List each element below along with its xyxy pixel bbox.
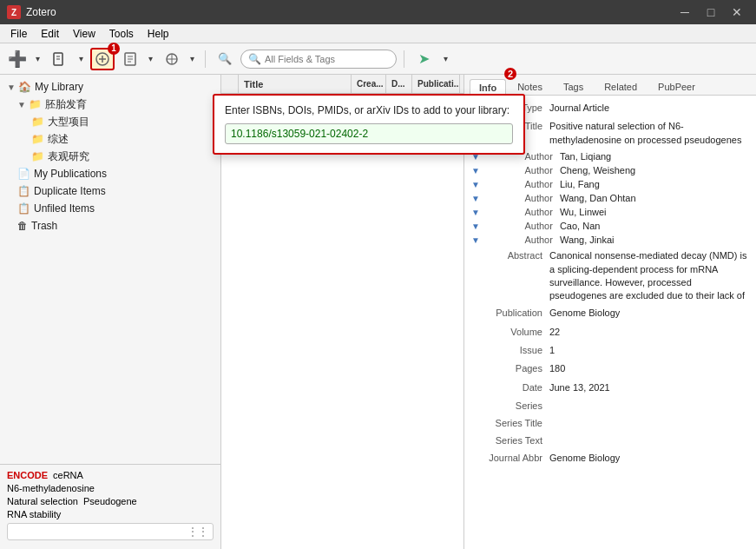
meta-label: Abstract [471,249,549,261]
sidebar-item-trash[interactable]: 🗑 Trash [0,217,220,235]
new-item-dropdown[interactable]: ▾ [31,48,43,70]
meta-journal-abbr: Journal Abbr Genome Biology [464,449,756,467]
meta-label: Author [483,221,553,231]
col-title-header[interactable]: Title [239,75,352,93]
meta-series: Series [464,397,756,414]
sidebar-item-unfiled-items[interactable]: 📋 Unfiled Items [0,200,220,217]
menu-help[interactable]: Help [141,26,176,42]
tag-label-n6: N6-methyladenosine [7,483,95,493]
unfiled-icon: 📋 [17,202,30,215]
sidebar-item-embryo[interactable]: ▼ 📁 胚胎发育 [0,96,220,113]
search-input[interactable] [265,54,386,64]
search-button[interactable]: 🔍 [213,48,237,70]
tab-notes[interactable]: Notes [508,78,552,95]
sidebar-item-label: Unfiled Items [34,202,95,215]
meta-date: Date June 13, 2021 [464,379,756,397]
col-date-header[interactable]: D... [386,75,412,93]
folder-icon: 📁 [31,150,44,162]
menu-edit[interactable]: Edit [34,26,66,42]
tag-rna[interactable]: RNA stability [7,509,214,519]
col-pub-header[interactable]: Publicati... [412,75,460,93]
meta-volume: Volume 22 [464,323,756,341]
meta-author-row: ▼ Author Wang, Dan Ohtan [464,191,756,205]
sidebar-item-my-publications[interactable]: 📄 My Publications [0,165,220,182]
sidebar-item-label: My Publications [34,168,107,180]
meta-label: Series Title [471,417,549,428]
add-attachment-button[interactable] [47,48,71,70]
library-icon: 🏠 [18,81,31,93]
new-item-group: ➕ ▾ [5,48,43,70]
meta-value[interactable]: Cao, Nan [560,221,600,231]
new-item-button[interactable]: ➕ [5,48,30,70]
locate-dropdown[interactable]: ▾ [186,48,198,70]
locate-button[interactable] [160,48,184,70]
popup-label: Enter ISBNs, DOIs, PMIDs, or arXiv IDs t… [225,104,513,116]
meta-value[interactable]: Positive natural selection of N6-methyla… [549,120,749,147]
tag-filter[interactable]: ⋮⋮ [7,523,214,540]
add-identifier-popup: Enter ISBNs, DOIs, PMIDs, or arXiv IDs t… [213,94,525,155]
sidebar-item-duplicate-items[interactable]: 📋 Duplicate Items [0,182,220,200]
forward-button[interactable]: ➤ [411,48,436,70]
menu-tools[interactable]: Tools [102,26,141,42]
meta-label: Author [483,207,553,217]
meta-label: Issue [471,344,549,355]
sidebar-item-label: My Library [35,81,83,93]
meta-value[interactable]: Tan, Liqiang [560,151,611,162]
col-expand [221,75,239,93]
meta-value[interactable]: Canonical nonsense-mediated decay (NMD) … [549,249,749,301]
folder-icon: 📁 [31,133,44,145]
add-attachment-dropdown[interactable]: ▾ [75,48,87,70]
meta-issue: Issue 1 [464,341,756,360]
tag-natural[interactable]: Natural selection Pseudogene [7,496,214,506]
meta-value[interactable]: 180 [549,362,749,375]
meta-value[interactable]: Wu, Linwei [560,207,607,217]
meta-value[interactable]: June 13, 2021 [549,381,749,394]
add-note-button[interactable] [118,48,142,70]
sidebar-item-my-library[interactable]: ▼ 🏠 My Library [0,78,220,96]
meta-author-row: ▼ Author Wu, Linwei [464,205,756,219]
meta-author-row: ▼ Author Wang, Jinkai [464,233,756,247]
menu-file[interactable]: File [3,26,34,42]
meta-value[interactable]: 1 [549,344,749,357]
add-note-dropdown[interactable]: ▾ [144,48,156,70]
sidebar-item-label: 大型项目 [48,115,89,129]
minimize-button[interactable]: ─ [673,0,697,24]
meta-author-row: ▼ Author Liu, Fang [464,177,756,191]
sidebar-item-large-project[interactable]: 📁 大型项目 [0,113,220,130]
search-box[interactable]: 🔍 [240,50,397,69]
maximize-button[interactable]: □ [699,0,723,24]
menu-view[interactable]: View [66,26,102,42]
right-content: Item Type Journal Article Title Positive… [464,96,756,549]
expand-arrow: ▼ [471,235,480,245]
tag-label-pseudogene: Pseudogene [83,496,137,506]
sidebar-item-label: Duplicate Items [34,185,106,197]
tag-n6[interactable]: N6-methyladenosine [7,483,214,493]
tab-related[interactable]: Related [595,78,647,95]
sidebar-item-biaoxian[interactable]: 📁 表观研究 [0,148,220,165]
app-title: Zotero [26,6,673,18]
tab-tags[interactable]: Tags [554,78,593,95]
tab-pubpeer[interactable]: PubPeer [648,78,705,95]
meta-value[interactable]: Wang, Jinkai [560,235,615,245]
add-note-group: ▾ [118,48,156,70]
meta-value[interactable]: Genome Biology [549,307,749,320]
col-creator-header[interactable]: Crea... [352,75,386,93]
folder-icon: 📁 [29,98,42,110]
popup-input[interactable] [225,123,513,144]
meta-value[interactable]: Wang, Dan Ohtan [560,193,636,203]
tag-encode[interactable]: ENCODE ceRNA [7,470,214,480]
tag-filter-input[interactable] [12,526,151,537]
meta-value[interactable]: Genome Biology [549,452,749,465]
meta-value[interactable]: Liu, Fang [560,179,600,189]
meta-value[interactable]: Cheng, Weisheng [560,165,635,175]
close-button[interactable]: ✕ [725,0,749,24]
expand-arrow: ▼ [471,180,480,189]
publications-icon: 📄 [17,168,30,180]
meta-value[interactable]: 22 [549,326,749,339]
locate-group: ▾ [160,48,198,70]
forward-dropdown[interactable]: ▾ [439,48,451,70]
sidebar-spacer [0,235,220,464]
sidebar-item-zhushuo[interactable]: 📁 综述 [0,130,220,148]
tag-grid-icon[interactable]: ⋮⋮ [187,526,208,538]
meta-label: Author [483,235,553,245]
